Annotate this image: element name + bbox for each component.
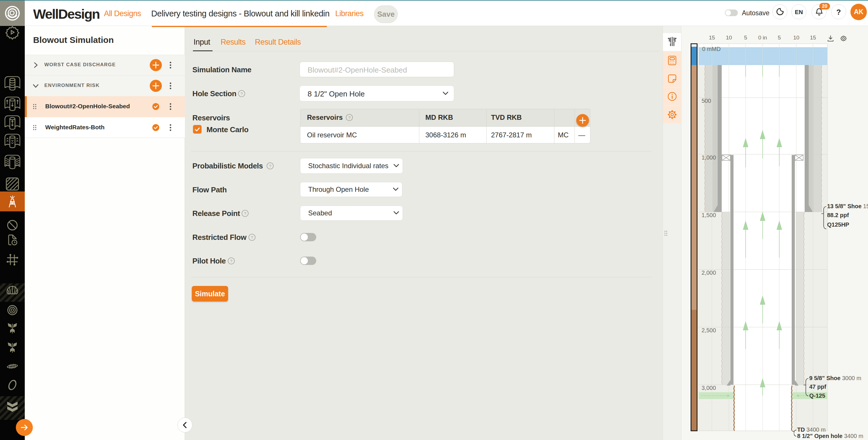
- svg-text:1,500: 1,500: [702, 212, 716, 218]
- svg-text:9 5/8" Shoe 3000 m: 9 5/8" Shoe 3000 m: [809, 375, 861, 381]
- svg-text:15: 15: [810, 35, 816, 41]
- svg-text:88.2 ppf: 88.2 ppf: [827, 212, 849, 218]
- svg-text:Q125HP: Q125HP: [827, 221, 849, 228]
- svg-text:?: ?: [251, 235, 253, 240]
- svg-text:0 in: 0 in: [758, 35, 767, 41]
- svg-text:15: 15: [709, 35, 715, 41]
- svg-text:47 ppf: 47 ppf: [809, 383, 826, 390]
- svg-text:?: ?: [269, 163, 271, 168]
- svg-text:1,000: 1,000: [702, 154, 716, 161]
- svg-text:10: 10: [726, 35, 732, 41]
- svg-text:2,500: 2,500: [702, 327, 716, 334]
- svg-text:?: ?: [348, 115, 350, 120]
- svg-text:500: 500: [702, 98, 711, 104]
- svg-text:0 mMD: 0 mMD: [702, 46, 720, 52]
- svg-text:5: 5: [744, 35, 747, 41]
- svg-text:TD 3400 m: TD 3400 m: [797, 427, 826, 433]
- svg-text:10: 10: [793, 35, 799, 41]
- svg-text:3,000: 3,000: [702, 385, 716, 391]
- svg-text:Q-125: Q-125: [809, 392, 826, 399]
- svg-text:8 1/2" Open hole 3400 m: 8 1/2" Open hole 3400 m: [797, 433, 863, 439]
- svg-text:13 5/8" Shoe 15: 13 5/8" Shoe 15: [827, 203, 868, 209]
- svg-text:5: 5: [778, 35, 781, 41]
- svg-text:?: ?: [241, 91, 243, 96]
- svg-text:?: ?: [230, 259, 232, 263]
- svg-text:2,000: 2,000: [702, 270, 716, 276]
- svg-text:?: ?: [244, 211, 246, 216]
